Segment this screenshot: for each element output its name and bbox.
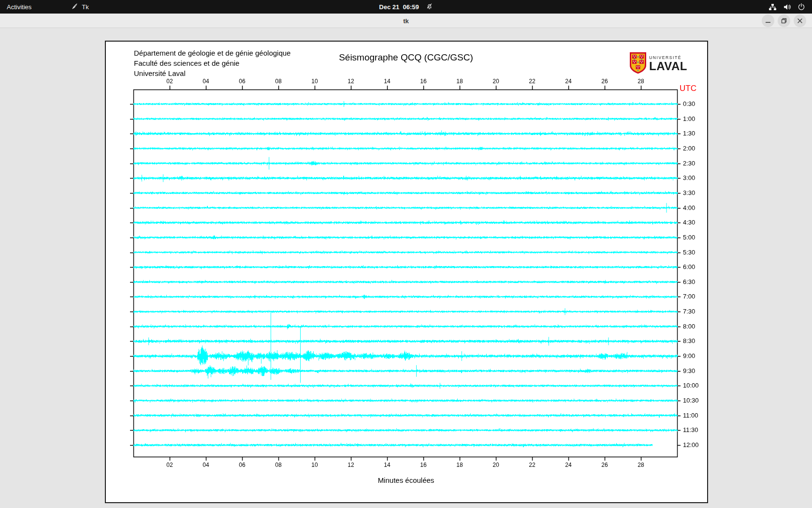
system-status-area[interactable]	[767, 0, 807, 14]
notifications-muted-icon	[426, 2, 433, 11]
x-tick-label: 22	[525, 462, 539, 468]
clock[interactable]: Dec 21 06:59	[379, 3, 419, 11]
x-tick-label: 02	[162, 78, 177, 85]
x-tick-label: 02	[162, 462, 177, 468]
logo-text-universite: UNIVERSITÉ	[649, 56, 687, 60]
x-tick-label: 12	[344, 78, 358, 85]
utc-time-label: 7:30	[683, 308, 695, 315]
utc-time-label: 5:30	[683, 249, 695, 256]
x-tick-label: 22	[525, 78, 539, 85]
x-tick-label: 10	[307, 78, 322, 85]
utc-time-label: 1:30	[683, 130, 695, 137]
x-tick-label: 18	[452, 462, 467, 468]
utc-time-label: 8:30	[683, 337, 695, 344]
tk-app-label: Tk	[82, 3, 88, 11]
x-tick-label: 28	[634, 78, 648, 85]
x-tick-label: 04	[199, 78, 213, 85]
screen: Activities Tk Dec 21 06:59	[0, 0, 812, 508]
x-tick-label: 24	[561, 462, 576, 468]
x-tick-label: 26	[597, 462, 612, 468]
utc-time-label: 9:00	[683, 352, 695, 359]
utc-time-label: 6:30	[683, 278, 695, 285]
org-line-3: Université Laval	[134, 68, 290, 78]
universite-laval-logo: UNIVERSITÉ LAVAL	[630, 52, 687, 75]
x-tick-label: 16	[416, 78, 431, 85]
x-tick-label: 14	[380, 462, 394, 468]
utc-time-label: 12:00	[683, 441, 699, 448]
utc-time-label: 11:00	[683, 412, 698, 419]
x-tick-label: 04	[199, 462, 213, 468]
activities-button[interactable]: Activities	[0, 0, 38, 14]
window-title: tk	[0, 14, 812, 28]
x-tick-label: 26	[597, 78, 612, 85]
utc-time-label: 5:00	[683, 234, 695, 241]
maximize-button[interactable]	[778, 15, 790, 27]
window-titlebar[interactable]: tk	[0, 14, 812, 28]
x-tick-label: 14	[380, 78, 394, 85]
x-tick-label: 16	[416, 462, 431, 468]
utc-time-label: 3:30	[683, 189, 695, 196]
utc-time-label: 10:30	[683, 397, 699, 404]
utc-time-label: 2:30	[683, 160, 695, 167]
tk-app-indicator[interactable]: Tk	[67, 0, 92, 14]
utc-time-label: 2:00	[683, 145, 695, 152]
utc-time-label: 10:00	[683, 382, 699, 389]
logo-text-laval: LAVAL	[649, 60, 687, 72]
utc-time-label: 8:00	[683, 323, 695, 330]
gnome-top-bar: Activities Tk Dec 21 06:59	[0, 0, 812, 14]
x-tick-label: 20	[489, 78, 503, 85]
utc-time-label: 11:30	[683, 426, 698, 433]
utc-time-label: 4:30	[683, 219, 695, 226]
tk-feather-icon	[71, 2, 79, 12]
volume-icon	[783, 3, 791, 11]
x-tick-label: 20	[489, 462, 503, 468]
utc-time-label: 9:30	[683, 367, 695, 374]
utc-time-label: 7:00	[683, 293, 695, 300]
minimize-button[interactable]	[762, 15, 774, 27]
utc-time-label: 3:00	[683, 174, 695, 181]
x-tick-label: 18	[452, 78, 467, 85]
power-icon	[798, 3, 805, 11]
utc-time-label: 0:30	[683, 100, 695, 107]
utc-label: UTC	[680, 84, 696, 93]
x-axis-title: Minutes écoulées	[309, 476, 503, 484]
laval-shield-icon	[630, 52, 646, 75]
x-tick-label: 24	[561, 78, 576, 85]
x-tick-label: 06	[235, 462, 249, 468]
utc-time-label: 6:00	[683, 263, 695, 270]
x-tick-label: 12	[344, 462, 358, 468]
network-wired-icon	[768, 3, 777, 11]
seismograph-canvas: Département de géologie et de génie géol…	[105, 41, 708, 503]
x-tick-label: 08	[271, 462, 286, 468]
helicorder-plot	[106, 42, 707, 502]
x-tick-label: 06	[235, 78, 249, 85]
close-button[interactable]	[794, 15, 806, 27]
x-tick-label: 10	[307, 462, 322, 468]
utc-time-label: 4:00	[683, 204, 695, 211]
x-tick-label: 28	[634, 462, 648, 468]
desktop: Département de géologie et de génie géol…	[0, 28, 812, 508]
utc-time-label: 1:00	[683, 115, 695, 122]
x-tick-label: 08	[271, 78, 286, 85]
plot-title: Séismographe QCQ (CGC/GSC)	[261, 52, 551, 63]
